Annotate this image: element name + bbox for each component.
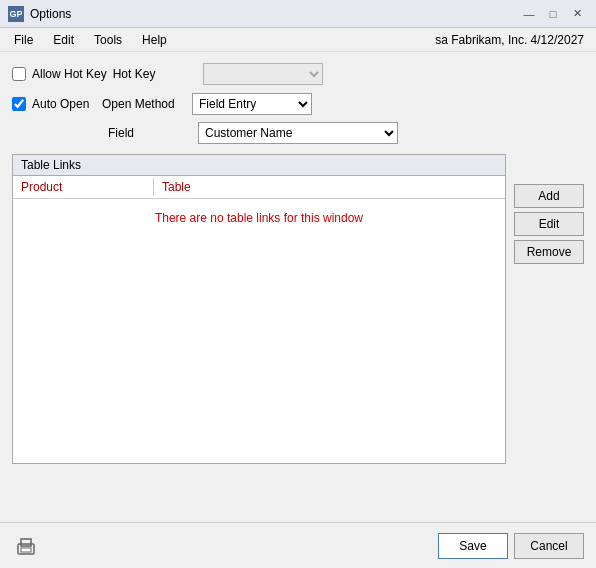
menu-tools[interactable]: Tools [84,31,132,49]
hotkey-label: Hot Key [113,67,203,81]
footer-icon [12,532,40,560]
app-icon: GP [8,6,24,22]
printer-icon [14,534,38,558]
col-table-header: Table [153,178,505,196]
hotkey-row: Allow Hot Key Hot Key [12,62,584,86]
menu-edit[interactable]: Edit [43,31,84,49]
autoopen-row: Auto Open Open Method Field Entry [12,92,584,116]
table-links-container: Table Links Product Table There are no t… [12,154,584,464]
hotkey-select[interactable] [203,63,323,85]
footer: Save Cancel [0,522,596,568]
auto-open-label: Auto Open [12,97,102,111]
table-links-header: Product Table [13,176,505,199]
auto-open-checkbox[interactable] [12,97,26,111]
table-links-panel: Table Links Product Table There are no t… [12,154,506,464]
menu-file[interactable]: File [4,31,43,49]
field-select[interactable]: Customer Name [198,122,398,144]
menu-help[interactable]: Help [132,31,177,49]
col-product-header: Product [13,178,153,196]
remove-button[interactable]: Remove [514,240,584,264]
allow-hotkey-checkbox[interactable] [12,67,26,81]
maximize-button[interactable]: □ [542,5,564,23]
svg-rect-2 [21,548,31,552]
window-controls: — □ ✕ [518,5,588,23]
add-button[interactable]: Add [514,184,584,208]
main-content: Allow Hot Key Hot Key Auto Open Open Met… [0,52,596,474]
title-bar: GP Options — □ ✕ [0,0,596,28]
open-method-select[interactable]: Field Entry [192,93,312,115]
footer-buttons: Save Cancel [438,533,584,559]
user-info: sa Fabrikam, Inc. 4/12/2027 [435,33,592,47]
menu-bar: File Edit Tools Help sa Fabrikam, Inc. 4… [0,28,596,52]
allow-hotkey-label: Allow Hot Key [12,67,107,81]
save-button[interactable]: Save [438,533,508,559]
cancel-button[interactable]: Cancel [514,533,584,559]
field-row: Field Customer Name [108,122,584,144]
close-button[interactable]: ✕ [566,5,588,23]
table-links-empty: There are no table links for this window [13,199,505,237]
field-label: Field [108,126,198,140]
minimize-button[interactable]: — [518,5,540,23]
svg-rect-1 [21,539,31,546]
table-links-title: Table Links [13,155,505,176]
open-method-label: Open Method [102,97,192,111]
window-title: Options [30,7,518,21]
side-buttons: Add Edit Remove [514,154,584,464]
edit-button[interactable]: Edit [514,212,584,236]
